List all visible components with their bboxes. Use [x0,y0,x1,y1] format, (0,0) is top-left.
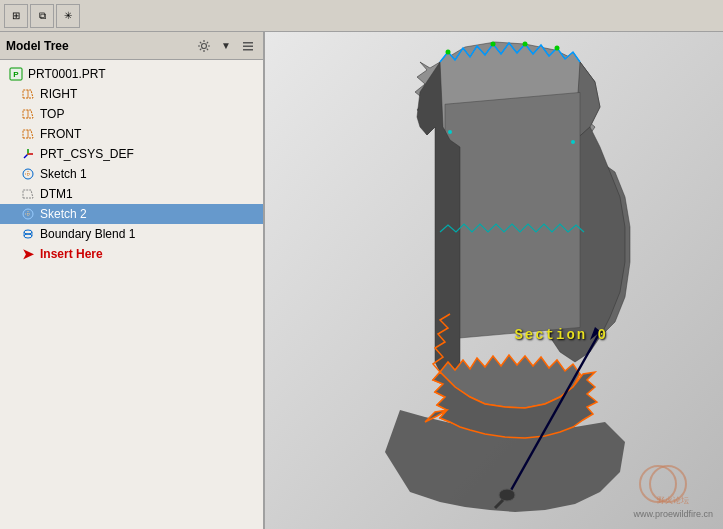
svg-point-45 [571,140,575,144]
svg-text:野火论坛: 野火论坛 [657,496,689,505]
svg-rect-33 [445,92,580,339]
tree-item-boundary1[interactable]: Boundary Blend 1 [0,224,263,244]
top-toolbar: ⊞ ⧉ ✳ [0,0,723,32]
sketch1-label: Sketch 1 [40,167,87,181]
top-label: TOP [40,107,64,121]
svg-point-44 [446,50,451,55]
sketch1-icon [20,166,36,182]
svg-point-42 [523,42,528,47]
tree-item-top[interactable]: TOP [0,104,263,124]
left-panel: Model Tree ▼ [0,32,265,529]
csys-label: PRT_CSYS_DEF [40,147,134,161]
prt0001-label: PRT0001.PRT [28,67,106,81]
tree-expand-icon[interactable]: ▼ [217,37,235,55]
toolbar-btn-2[interactable]: ⧉ [30,4,54,28]
prt-icon: P [8,66,24,82]
tree-item-prt0001[interactable]: P PRT0001.PRT [0,64,263,84]
tree-settings-icon[interactable] [195,37,213,55]
blend-icon [20,226,36,242]
tree-content: P PRT0001.PRT RIGHT [0,60,263,529]
model-tree-header: Model Tree ▼ [0,32,263,60]
svg-point-15 [27,153,29,155]
watermark-logo-svg: 野火论坛 [633,459,713,509]
svg-rect-2 [243,45,253,47]
svg-point-24 [24,234,32,238]
svg-point-41 [491,42,496,47]
tree-item-dtm1[interactable]: DTM1 [0,184,263,204]
tree-item-sketch1[interactable]: Sketch 1 [0,164,263,184]
insert-icon: ➤ [20,246,36,262]
insert-label: Insert Here [40,247,103,261]
3d-model-svg [265,32,723,529]
top-plane-icon [20,106,36,122]
tree-item-sketch2[interactable]: Sketch 2 [0,204,263,224]
csys-icon [20,146,36,162]
svg-marker-19 [23,190,33,198]
svg-point-0 [202,43,207,48]
svg-point-46 [448,130,452,134]
svg-point-39 [499,489,515,501]
front-label: FRONT [40,127,81,141]
model-tree-title: Model Tree [6,39,191,53]
front-plane-icon [20,126,36,142]
dtm1-label: DTM1 [40,187,73,201]
toolbar-btn-3[interactable]: ✳ [56,4,80,28]
tree-options-icon[interactable] [239,37,257,55]
dtm1-icon [20,186,36,202]
svg-text:P: P [13,70,19,79]
watermark-url: www.proewildfire.cn [633,509,713,519]
tree-item-front[interactable]: FRONT [0,124,263,144]
svg-rect-1 [243,42,253,44]
watermark: 野火论坛 www.proewildfire.cn [633,459,713,519]
right-label: RIGHT [40,87,77,101]
sketch2-label: Sketch 2 [40,207,87,221]
right-plane-icon [20,86,36,102]
tree-item-csys[interactable]: PRT_CSYS_DEF [0,144,263,164]
viewport[interactable]: Section 0 野火论坛 www.proewildfire.cn [265,32,723,529]
tree-item-right[interactable]: RIGHT [0,84,263,104]
boundary1-label: Boundary Blend 1 [40,227,135,241]
tree-item-insert[interactable]: ➤ Insert Here [0,244,263,264]
svg-point-23 [24,230,32,234]
svg-point-43 [555,46,560,51]
sketch2-icon [20,206,36,222]
svg-rect-3 [243,49,253,51]
main-layout: Model Tree ▼ [0,32,723,529]
toolbar-btn-1[interactable]: ⊞ [4,4,28,28]
